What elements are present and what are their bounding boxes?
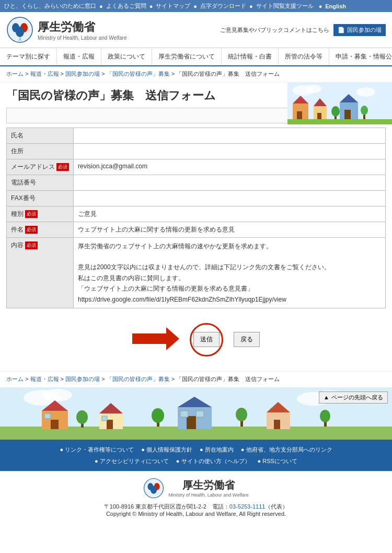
nav-item-themes[interactable]: テーマ別に探す [0,48,57,65]
bottom-breadcrumb-participation[interactable]: 国民参加の場 [65,376,100,382]
table-row: 件名必須 ウェブサイト上の大麻に関する情報の更新を求める意見 [7,222,386,237]
table-row: FAX番号 [7,190,386,206]
public-comment-button[interactable]: 📄 国民参加の場 [333,24,386,36]
required-badge-type: 必須 [25,210,38,218]
field-value-name [74,128,386,143]
table-row: 氏名 [7,128,386,143]
nav-item-news[interactable]: 報道・広報 [57,48,101,65]
submit-area: 送信 戻る [0,313,392,367]
svg-rect-17 [344,110,351,119]
svg-rect-37 [102,416,107,421]
breadcrumb-voices[interactable]: 「国民の皆様の声」募集 [107,71,170,77]
footer-link-help[interactable]: サイトの使い方（ヘルプ） [181,458,250,464]
header-right: ご意見募集やパブリックコメントはこちら 📄 国民参加の場 [220,24,386,36]
svg-marker-23 [132,327,179,350]
footer-bottom: 厚生労働省 Ministry of Health, Labour and Wel… [0,471,392,523]
back-to-top-button[interactable]: ▲ ページの先頭へ戻る [319,391,388,404]
svg-point-57 [151,486,157,493]
submit-button[interactable]: 送信 [193,332,220,347]
top-link-home[interactable]: ひと、くらし、みらいのために窓口 [4,2,96,10]
footer-link-other-ministries[interactable]: 他府省、地方支分部局へのリンク [246,446,332,453]
svg-point-53 [320,410,330,422]
svg-rect-14 [317,113,321,119]
field-value-address [74,143,386,159]
nav-item-about[interactable]: 厚生労働省について [152,48,222,65]
bottom-breadcrumb: ホーム > 報道・広報 > 国民参加の場 > 「国民の皆様の声」募集 > 「国民… [0,371,392,387]
public-comment-btn-label: 国民参加の場 [347,26,382,34]
field-value-content: 厚生労働省のウェブサイト上の大麻情報の速やかな更新を求めます。 意見は2000文… [74,237,386,308]
field-label-content: 内容必須 [7,237,74,308]
public-comment-text: ご意見募集やパブリックコメントはこちら [220,26,329,34]
required-badge-email: 必須 [56,163,69,171]
svg-point-47 [76,410,88,424]
back-button[interactable]: 戻る [234,332,260,347]
back-to-top-label: ページの先頭へ戻る [331,394,383,401]
nav-item-applications[interactable]: 申請・募集・情報公開 [329,48,392,65]
footer-copyright: Copyright © Ministry of Health, Labour a… [6,511,386,517]
svg-rect-11 [297,111,302,119]
field-label-subject: 件名必須 [7,222,74,237]
header: 人 厚生労働省 Ministry of Health, Labour and W… [0,12,392,48]
footer-dot2: ● [135,446,145,453]
field-value-email: revision.jcca@gmail.com [74,159,386,175]
footer-link-privacy[interactable]: 個人情報保護方針 [146,446,192,453]
breadcrumb-home[interactable]: ホーム [6,71,24,77]
form-table: 氏名 住所 メールアドレス必須 revision.jcca@gmail.com … [6,128,386,308]
footer-dot7: ● [252,458,261,464]
arrow-container [132,327,179,352]
table-row: 電話番号 [7,175,386,190]
bottom-breadcrumb-news[interactable]: 報道・広報 [30,376,59,382]
breadcrumb-news[interactable]: 報道・広報 [30,71,59,77]
footer-link-accessibility[interactable]: アクセシビリティについて [100,458,169,464]
svg-rect-42 [196,411,204,417]
nav-item-laws[interactable]: 所管の法令等 [279,48,329,65]
ministry-name: 厚生労働省 [38,19,126,35]
up-arrow-icon: ▲ [324,394,329,400]
field-value-type: ご意見 [74,206,386,222]
svg-rect-33 [44,413,51,419]
ministry-logo-icon: 人 [6,16,33,43]
footer-phone-link[interactable]: 03-5253-1111 [229,503,266,510]
footer-logo-area: 厚生労働省 Ministry of Health, Labour and Wel… [6,478,386,499]
svg-point-19 [331,106,340,117]
page-title-area: 「国民の皆様の声」募集 送信フォーム [0,83,392,103]
top-link-braille[interactable]: 点字ダウンロード [200,2,246,10]
breadcrumb-participation[interactable]: 国民参加の場 [65,71,100,77]
arrow-icon [132,327,179,350]
top-link-faq[interactable]: よくあるご質問 [106,2,146,10]
top-bar: ひと、くらし、みらいのために窓口 ● よくあるご質問 ● サイトマップ ● 点字… [0,0,392,12]
required-badge-subject: 必須 [25,226,38,234]
footer-ministry-name-en: Ministry of Health, Labour and Welfare [168,492,248,498]
bottom-breadcrumb-home[interactable]: ホーム [6,376,24,382]
svg-point-21 [361,106,368,115]
svg-rect-40 [187,416,196,429]
breadcrumb: ホーム > 報道・広報 > 国民参加の場 > 「国民の皆様の声」募集 > 「国民… [0,66,392,83]
table-row: 住所 [7,143,386,159]
logo-area: 人 厚生労働省 Ministry of Health, Labour and W… [6,16,126,43]
top-link-english[interactable]: English [325,3,346,9]
svg-point-7 [306,85,321,93]
submit-button-circle: 送信 [190,323,223,356]
field-value-phone [74,175,386,190]
svg-rect-22 [287,119,392,124]
footer-link-rss[interactable]: RSSについて [262,458,297,464]
footer-links-row2: ● アクセシビリティについて ● サイトの使い方（ヘルプ） ● RSSについて [4,455,388,467]
footer-link-access[interactable]: 所在地案内 [205,446,234,453]
svg-rect-45 [274,420,280,429]
bottom-breadcrumb-voices[interactable]: 「国民の皆様の声」募集 [107,376,170,382]
svg-rect-41 [180,411,188,417]
footer-link-copyright[interactable]: リンク・著作権等について [65,446,134,453]
svg-point-49 [152,408,164,423]
nav-item-stats[interactable]: 統計情報・白書 [222,48,279,65]
top-link-accessibility[interactable]: サイト閲覧支援ツール [256,2,314,10]
document-icon: 📄 [338,27,345,33]
footer-address-text: 〒100-8916 東京都千代田区霞が関1-2-2 電話： [104,503,229,510]
field-label-fax: FAX番号 [7,190,74,206]
footer-links: ● リンク・著作権等について ● 個人情報保護方針 ● 所在地案内 ● 他府省、… [0,440,392,471]
footer-dot1: ● [60,446,63,453]
field-label-type: 種別必須 [7,206,74,222]
illustration-area: ▲ ページの先頭へ戻る [0,387,392,440]
nav-item-policy[interactable]: 政策について [101,48,152,65]
field-value-subject: ウェブサイト上の大麻に関する情報の更新を求める意見 [74,222,386,237]
top-link-sitemap[interactable]: サイトマップ [156,2,190,10]
